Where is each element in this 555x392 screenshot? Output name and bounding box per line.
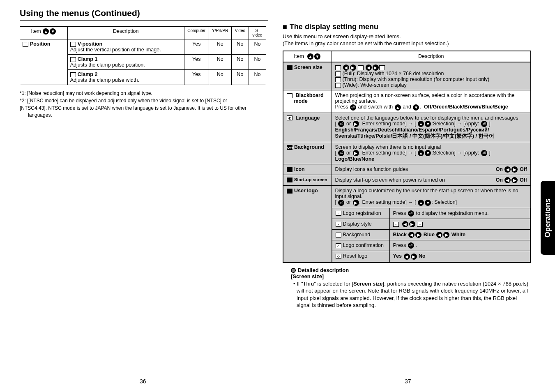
cell: Yes xyxy=(184,70,209,85)
table-row: Position V-positionAdjust the vertical p… xyxy=(20,39,266,55)
mode-icon xyxy=(358,65,364,70)
th-desc: Description xyxy=(332,51,531,62)
up-icon: ▲ xyxy=(395,104,401,111)
th-computer: Computer xyxy=(184,27,209,39)
thru-icon xyxy=(335,77,341,82)
up-icon: ▲ xyxy=(418,200,424,206)
right-icon: ▶ xyxy=(511,166,518,173)
icon-icon xyxy=(287,167,292,172)
logo-icon xyxy=(287,189,292,194)
down-icon: ▼ xyxy=(425,200,431,206)
vpos-icon xyxy=(70,42,76,47)
footnote-2a: *2: [[NTSC mode] can be displayed and ad… xyxy=(20,97,266,104)
off-icon: OFF xyxy=(287,145,292,150)
up-icon: ▲ xyxy=(307,53,313,60)
subrow-display-style: ▪Display style▫ ◀▶ ▫ xyxy=(332,219,530,229)
left-icon: ◀ xyxy=(366,65,372,71)
desc-userlogo-sub: ▫Logo registrationPress ⏎ to display the… xyxy=(332,208,531,263)
item-position: Position xyxy=(20,39,68,85)
mode-icon xyxy=(335,65,341,70)
th-video: Video xyxy=(231,27,249,39)
right-icon: ▶ xyxy=(353,150,359,156)
wide-icon xyxy=(335,83,341,88)
right-icon: ▶ xyxy=(511,177,518,183)
square-bullet-icon: ■ xyxy=(283,23,287,31)
position-icon xyxy=(23,42,28,47)
right-icon: ▶ xyxy=(353,121,359,127)
th-item: Item ▲▼ xyxy=(283,51,332,62)
cell: Yes xyxy=(184,39,209,55)
desc-language: Select one of the languages below to use… xyxy=(332,113,531,142)
down-icon: ▼ xyxy=(425,121,431,127)
desc-startup: Display start-up screen when power is tu… xyxy=(332,175,531,186)
label-userlogo: User logo xyxy=(283,186,332,263)
cell: No xyxy=(249,55,266,70)
display-setting-heading: ■The display setting menu xyxy=(283,23,531,31)
enter-icon: ⏎ xyxy=(350,104,356,111)
row-screen-size: Screen size ◀▶ ◀▶ (Full): Display with 1… xyxy=(283,62,531,90)
right-icon: ▶ xyxy=(373,65,379,71)
left-icon: ◀ xyxy=(408,232,415,238)
left-icon: ◀ xyxy=(402,221,408,227)
up-icon: ▲ xyxy=(418,121,424,127)
globe-icon: ◐ xyxy=(287,115,292,120)
down-icon: ▼ xyxy=(314,53,320,60)
label-icon: Icon xyxy=(283,164,332,175)
left-icon: ◀ xyxy=(504,177,511,183)
right-icon: ▶ xyxy=(415,232,421,238)
row-icon: Icon Display icons as function guidesOn … xyxy=(283,164,531,175)
subrow-background: BackgroundBlack ◀▶ Blue ◀▶ White xyxy=(332,230,530,240)
subrow-logo-confirm: ✓Logo confirmationPress ⏎ . xyxy=(332,240,530,251)
left-icon: ◀ xyxy=(504,166,511,173)
footnotes: *1: [Noise reduction] may not work depen… xyxy=(20,90,266,118)
enter-icon: ⏎ xyxy=(338,121,344,127)
screen-icon xyxy=(287,65,292,70)
subrow-reset-logo: ⟲Reset logoYes ◀▶ No xyxy=(332,251,530,262)
desc-screen-size: ◀▶ ◀▶ (Full): Display with 1024 × 768 do… xyxy=(332,62,531,90)
cell: No xyxy=(231,39,249,55)
th-ypbpr: Y/PB/PR xyxy=(209,27,231,39)
left-icon: ◀ xyxy=(436,232,442,238)
bg-icon xyxy=(336,233,341,238)
detail-title: Detailed description xyxy=(291,267,531,273)
row-userlogo: User logo Display a logo customized by t… xyxy=(283,186,531,208)
tile-icon: ▫ xyxy=(417,222,423,227)
row-startup: Start-up screen Display start-up screen … xyxy=(283,175,531,186)
desc-icon: Display icons as function guidesOn ◀▶ Of… xyxy=(332,164,531,175)
left-icon: ◀ xyxy=(404,254,410,260)
row-background: OFFBackground Screen to display when the… xyxy=(283,142,531,164)
footnote-2b: [NTSC4.43]. NTSC mode is set to JAPAN wh… xyxy=(20,105,266,118)
th-desc: Description xyxy=(67,27,184,39)
row-blackboard: Blackboard mode When projecting on a non… xyxy=(283,90,531,113)
reset-icon: ⟲ xyxy=(336,254,341,259)
cell: No xyxy=(231,70,249,85)
desc-userlogo-top: Display a logo customized by the user fo… xyxy=(332,186,531,208)
text-full: (Full): Display with 1024 × 768 dot reso… xyxy=(343,71,444,76)
label-language: ◐ Language xyxy=(283,113,332,142)
row-language: ◐ Language Select one of the languages b… xyxy=(283,113,531,142)
left-page: Using the menus (Continued) Item ▲▼ Desc… xyxy=(20,8,266,119)
cell: No xyxy=(249,39,266,55)
right-icon: ▶ xyxy=(409,221,415,227)
right-page: ■The display setting menu Use this menu … xyxy=(283,23,531,309)
up-icon: ▲ xyxy=(43,28,49,35)
intro-line-2: (The items in gray color cannot be set w… xyxy=(283,40,531,46)
cell: No xyxy=(249,70,266,85)
full-icon xyxy=(335,71,341,76)
cell: No xyxy=(209,55,231,70)
right-icon: ▶ xyxy=(411,254,417,260)
position-table: Item ▲▼ Description Computer Y/PB/PR Vid… xyxy=(20,26,266,85)
down-icon: ▼ xyxy=(413,104,419,111)
clamp1-icon xyxy=(70,57,76,62)
enter-icon: ⏎ xyxy=(338,200,344,206)
clamp2-icon xyxy=(70,72,76,77)
cell-vposition: V-positionAdjust the vertical position o… xyxy=(67,39,184,55)
detail-sub: [Screen size] xyxy=(291,273,531,279)
center-icon: ▫ xyxy=(393,222,399,227)
side-tab-operations[interactable]: Operations xyxy=(541,181,555,255)
th-item: Item ▲▼ xyxy=(20,27,68,39)
th-svideo: S-video xyxy=(249,27,266,39)
display-setting-table: Item ▲▼ Description Screen size ◀▶ ◀▶ (F… xyxy=(283,51,531,263)
enter-icon: ⏎ xyxy=(408,210,414,217)
enter-icon: ⏎ xyxy=(338,150,344,156)
